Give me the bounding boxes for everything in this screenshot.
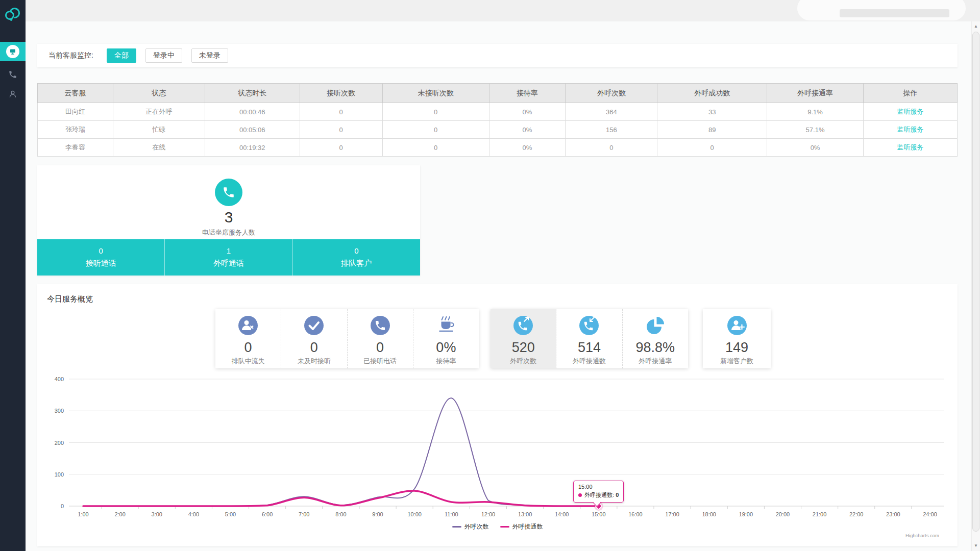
phone-stat-label: 外呼通话 (213, 259, 244, 268)
tooltip-value: 0 (616, 492, 619, 498)
table-cell: 156 (566, 121, 657, 139)
x-axis-label: 23:00 (886, 511, 900, 517)
phone-out-icon (513, 315, 533, 338)
scroll-up-button[interactable]: ▲ (972, 22, 980, 31)
monitor-service-link[interactable]: 监听服务 (897, 108, 924, 115)
sidebar (0, 0, 26, 551)
phone-icon (8, 70, 17, 81)
x-axis-label: 24:00 (923, 511, 937, 517)
x-axis-label: 12:00 (481, 511, 496, 517)
stat-group-1: 0排队中流失0未及时接听0已接听电话0%接待率 (215, 309, 479, 368)
stat-value: 0% (436, 340, 456, 355)
user-plus-icon (727, 315, 747, 338)
x-axis-label: 9:00 (372, 511, 383, 517)
scrollbar-thumb[interactable] (972, 32, 979, 532)
x-axis-label: 17:00 (665, 511, 679, 517)
table-cell: 0 (382, 103, 489, 121)
table-cell: 在线 (113, 139, 205, 157)
x-axis-label: 19:00 (739, 511, 753, 517)
stat-未及时接听[interactable]: 0未及时接听 (281, 309, 347, 368)
legend-item-外呼次数[interactable]: 外呼次数 (452, 522, 489, 531)
stat-label: 已接听电话 (363, 357, 397, 366)
check-icon (304, 315, 324, 338)
table-column-header: 外呼成功数 (657, 84, 767, 103)
sidebar-item-calls[interactable] (0, 67, 26, 84)
table-cell: 李春容 (38, 139, 113, 157)
table-cell: 0 (566, 139, 657, 157)
table-column-header: 操作 (864, 84, 958, 103)
y-axis-label: 100 (55, 471, 64, 478)
stat-排队中流失[interactable]: 0排队中流失 (215, 309, 281, 368)
stat-label: 外呼次数 (510, 357, 536, 366)
scroll-down-button[interactable]: ▼ (972, 542, 980, 550)
sidebar-item-monitor[interactable] (0, 42, 26, 61)
phone-stat-label: 排队客户 (341, 259, 372, 268)
pie-icon (645, 315, 666, 338)
stat-外呼接通率[interactable]: 98.8%外呼接通率 (623, 309, 688, 368)
chart-credit[interactable]: Highcharts.com (905, 533, 939, 538)
table-cell: 0 (382, 121, 489, 139)
phone-stat-value: 0 (99, 246, 103, 255)
table-cell: 9.1% (767, 103, 863, 121)
series-line-外呼接通数 (83, 491, 599, 506)
phone-stat-value: 0 (354, 246, 358, 255)
x-axis-label: 3:00 (152, 511, 162, 517)
monitor-icon (6, 45, 19, 58)
phone-status-card: 3 电话坐席服务人数 0接听通话1外呼通话0排队客户 (37, 165, 420, 276)
y-axis-label: 300 (55, 408, 64, 414)
stat-已接听电话[interactable]: 0已接听电话 (348, 309, 413, 368)
table-row: 田向红正在外呼00:00:46000%364339.1%监听服务 (38, 103, 958, 121)
y-axis-label: 400 (55, 376, 64, 382)
monitor-service-link[interactable]: 监听服务 (897, 126, 924, 133)
legend-item-外呼接通数[interactable]: 外呼接通数 (500, 522, 543, 531)
stat-接待率[interactable]: 0%接待率 (413, 309, 479, 368)
filter-panel: 当前客服监控: 全部 登录中 未登录 (37, 44, 958, 67)
agent-count-label: 电话坐席服务人数 (37, 228, 420, 237)
table-cell: 00:00:46 (205, 103, 300, 121)
x-axis-label: 4:00 (188, 511, 199, 517)
y-axis-label: 0 (61, 503, 64, 509)
chart-canvas: 01002003004001:002:003:004:005:006:007:0… (37, 371, 958, 524)
phone-stat-value: 1 (227, 246, 231, 255)
stat-value: 0 (244, 340, 252, 355)
stat-value: 149 (725, 340, 748, 355)
legend-swatch-icon (452, 526, 461, 528)
scrollbar[interactable]: ▲ ▼ (971, 21, 980, 551)
stat-外呼次数[interactable]: 520外呼次数 (491, 309, 556, 368)
filter-button-logged-in[interactable]: 登录中 (145, 48, 182, 63)
table-cell: 364 (566, 103, 657, 121)
filter-button-all[interactable]: 全部 (107, 48, 136, 63)
x-axis-label: 8:00 (335, 511, 346, 517)
table-column-header: 未接听次数 (382, 84, 489, 103)
table-cell: 0% (489, 139, 566, 157)
phone-stat-外呼通话: 1外呼通话 (165, 239, 292, 276)
sidebar-item-contacts[interactable] (0, 87, 26, 103)
user-x-icon (238, 315, 258, 338)
agent-table: 云客服状态状态时长接听次数未接听次数接待率外呼次数外呼成功数外呼接通率操作 田向… (37, 83, 958, 157)
x-axis-label: 6:00 (262, 511, 273, 517)
table-row: 李春容在线00:19:32000%000%监听服务 (38, 139, 958, 157)
chart-tooltip: 15:00 外呼接通数: 0 (573, 481, 624, 503)
agent-count: 3 (37, 209, 420, 226)
chart-legend: 外呼次数外呼接通数 (37, 522, 958, 531)
service-overview-panel: 今日服务概览 0排队中流失0未及时接听0已接听电话0%接待率520外呼次数514… (37, 284, 958, 546)
table-cell: 正在外呼 (113, 103, 205, 121)
filter-button-logged-out[interactable]: 未登录 (191, 48, 228, 63)
stat-label: 外呼接通率 (639, 357, 672, 366)
table-column-header: 外呼接通率 (767, 84, 863, 103)
stat-外呼接通数[interactable]: 514外呼接通数 (556, 309, 622, 368)
section-title: 今日服务概览 (47, 294, 93, 304)
stat-label: 外呼接通数 (573, 357, 606, 366)
table-cell: 33 (657, 103, 767, 121)
y-axis-label: 200 (55, 440, 64, 446)
stat-value: 0 (376, 340, 384, 355)
app-logo-icon (0, 4, 26, 24)
stat-group-3: 149新增客户数 (703, 309, 771, 368)
table-cell: 0% (489, 103, 566, 121)
table-column-header: 外呼次数 (566, 84, 657, 103)
table-cell: 0 (300, 103, 382, 121)
x-axis-label: 2:00 (114, 511, 125, 517)
monitor-service-link[interactable]: 监听服务 (897, 143, 924, 151)
coffee-icon (436, 315, 456, 338)
stat-新增客户数[interactable]: 149新增客户数 (703, 309, 771, 368)
